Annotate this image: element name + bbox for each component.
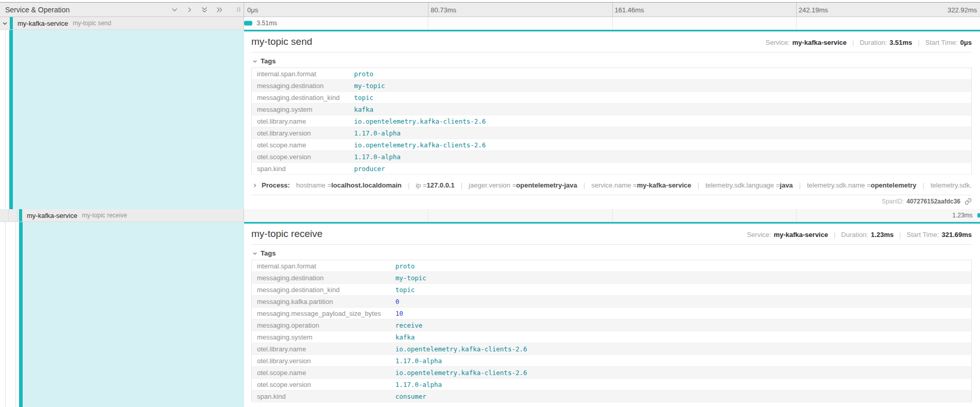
tag-value: io.opentelemetry.kafka-clients-2.6 [390,343,972,355]
start-time-label: Start Time: [925,39,958,46]
chevron-right-icon [252,183,257,188]
tag-row[interactable]: internal.span.format proto [252,68,972,80]
expand-all-icon[interactable] [216,6,223,13]
ruler-gridline-25 [428,3,428,16]
service-label: Service: [747,231,771,239]
process-attribute-key: hostname [296,181,331,189]
tags-accordion-header[interactable]: Tags [252,57,972,65]
tag-row[interactable]: otel.scope.version 1.17.0-alpha [252,151,972,163]
tag-key: otel.library.version [252,355,390,367]
tags-accordion-header[interactable]: Tags [252,249,972,257]
indent-cell [9,209,18,222]
tag-value: 1.17.0-alpha [390,379,972,391]
span-bar-2[interactable] [977,213,980,218]
tag-row[interactable]: otel.library.version 1.17.0-alpha [252,127,972,139]
timeline-ruler[interactable]: 0μs 80.73ms 161.46ms 242.19ms 322.92ms [244,3,980,16]
span-collapse-chevron-icon[interactable] [0,21,10,26]
tag-row[interactable]: messaging.message_payload_size_bytes 10 [252,308,972,319]
tag-row[interactable]: messaging.system kafka [252,104,972,115]
tag-value: io.opentelemetry.kafka-clients-2.6 [390,367,972,379]
tag-row[interactable]: otel.scope.name io.opentelemetry.kafka-c… [252,139,972,151]
tags-title: Tags [261,57,276,65]
tag-key: otel.library.version [252,127,349,139]
tag-key: messaging.operation [252,319,390,331]
row-gridline [796,209,797,222]
service-value: my-kafka-service [773,231,828,239]
tag-key: internal.span.format [252,68,349,80]
tag-value: topic [390,284,972,296]
indent-guide [15,222,16,407]
process-attribute-value: java [780,181,793,189]
ruler-gridline-75 [796,3,797,16]
deep-link-icon[interactable] [965,198,972,205]
row-gridline [796,17,797,29]
tag-value: my-topic [349,80,971,92]
span-detail-row-send: my-topic send Service: my-kafka-service … [0,30,980,209]
process-attribute-value: 127.0.0.1 [427,181,455,189]
tag-value: proto [349,68,971,80]
tag-value: my-topic [390,272,972,284]
span-timeline-send[interactable]: 3.51ms [244,17,980,30]
tag-row[interactable]: otel.library.name io.opentelemetry.kafka… [252,343,972,355]
tag-row[interactable]: messaging.destination_kind topic [252,92,972,104]
service-label: Service: [766,39,790,46]
tag-row[interactable]: otel.library.version 1.17.0-alpha [252,355,972,367]
tag-key: otel.library.name [252,115,349,127]
tag-key: otel.scope.name [252,367,390,379]
tag-row[interactable]: otel.library.name io.opentelemetry.kafka… [252,115,972,127]
tag-value: kafka [349,104,971,115]
tag-key: otel.scope.name [252,139,349,151]
span-timeline-receive[interactable]: 1.23ms [244,209,980,222]
collapse-one-level-icon[interactable] [171,6,178,13]
service-name: my-kafka-service [27,212,77,219]
tag-row[interactable]: messaging.operation receive [252,319,972,331]
collapse-all-icon[interactable] [201,6,208,13]
tags-title: Tags [261,249,276,257]
tag-value: 1.17.0-alpha [349,127,971,139]
tag-key: messaging.destination_kind [252,92,349,104]
tag-row[interactable]: messaging.destination my-topic [252,80,972,92]
span-detail-gutter-receive [0,222,244,407]
ruler-tick-4: 322.92ms [948,6,977,13]
tag-value: topic [349,92,971,104]
span-row-send[interactable]: my-kafka-service my-topic send 3.51ms [0,17,980,30]
tag-row[interactable]: messaging.destination my-topic [252,272,972,284]
tag-row[interactable]: messaging.kafka.partition 0 [252,296,972,308]
span-row-receive[interactable]: my-kafka-service my-topic receive 1.23ms [0,209,980,222]
tag-key: span.kind [252,163,349,175]
meta-separator: | [899,231,901,239]
chevron-down-icon [252,59,257,64]
tag-key: messaging.destination_kind [252,284,390,296]
chevron-down-icon [252,251,257,256]
process-attribute: jaeger.versionopentelemetry-java [455,181,577,189]
service-color-stripe [19,209,22,222]
service-name: my-kafka-service [18,20,68,27]
duration-label: Duration: [859,39,887,46]
span-name-cell-receive[interactable]: my-kafka-service my-topic receive [0,209,244,222]
span-detail-header: my-topic receive Service: my-kafka-servi… [251,228,972,245]
process-accordion-header[interactable]: Process: hostnamelocalhost.localdomain i… [251,181,972,189]
tag-value: io.opentelemetry.kafka-clients-2.6 [349,139,971,151]
tag-row[interactable]: otel.scope.name io.opentelemetry.kafka-c… [252,367,972,379]
expand-one-level-icon[interactable] [186,6,193,13]
tag-row[interactable]: internal.span.format proto [252,260,972,272]
tag-row[interactable]: span.kind consumer [252,391,972,402]
tag-row[interactable]: otel.scope.version 1.17.0-alpha [252,379,972,391]
ruler-tick-1: 80.73ms [431,6,456,13]
process-attribute: service.namemy-kafka-service [577,181,691,189]
service-operation-title: Service & Operation [5,6,70,14]
tag-row[interactable]: messaging.system kafka [252,331,972,343]
start-time-label: Start Time: [907,231,939,239]
tag-row[interactable]: messaging.destination_kind topic [252,284,972,296]
tag-row[interactable]: span.kind producer [252,163,972,175]
column-resizer-grip[interactable] [237,7,240,12]
process-attribute-key: telemetry.sdk.version [931,181,972,189]
span-bar-2-label: 1.23ms [952,212,972,219]
span-name-cell-send[interactable]: my-kafka-service my-topic send [0,17,244,30]
tags-table: internal.span.format proto messaging.des… [251,260,972,402]
process-attribute: ip127.0.0.1 [402,181,455,189]
service-operation-header: Service & Operation [0,3,244,16]
span-detail-row-receive: my-topic receive Service: my-kafka-servi… [0,222,980,407]
service-color-stripe [10,17,13,29]
span-bar-1[interactable] [244,21,252,26]
